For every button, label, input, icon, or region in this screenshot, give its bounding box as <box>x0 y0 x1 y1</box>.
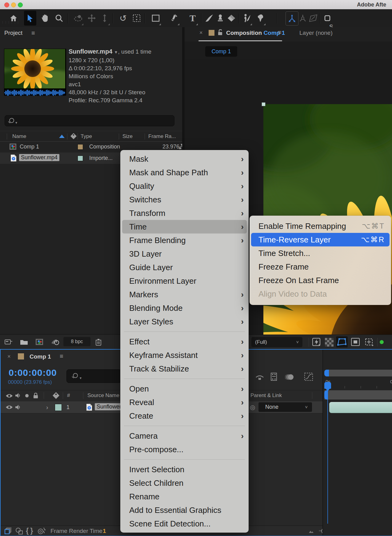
pan-behind-tool-icon[interactable] <box>130 9 143 27</box>
mask-visibility-icon[interactable] <box>336 336 348 347</box>
submenu-item-enable-time-remapping[interactable]: Enable Time Remapping⌥⌘T <box>251 219 390 233</box>
menu-item-add-to-essential-graphics[interactable]: Add to Essential Graphics <box>122 503 247 517</box>
layer-video-icon[interactable] <box>6 405 13 411</box>
project-panel-menu-icon[interactable]: ≡ <box>31 30 35 37</box>
tab-composition[interactable]: Composition Comp 1 <box>226 30 285 36</box>
trash-icon[interactable] <box>92 335 105 349</box>
column-frame-rate[interactable]: Frame Ra... <box>148 133 176 140</box>
home-icon[interactable] <box>7 9 20 27</box>
bpc-button[interactable]: 8 bpc <box>63 337 90 346</box>
rectangle-tool-icon[interactable] <box>150 9 162 27</box>
timeline-search-input[interactable]: ▼ <box>66 369 121 383</box>
menu-item-time[interactable]: Time› <box>122 220 247 233</box>
tab-layer[interactable]: Layer (none) <box>299 30 333 36</box>
menu-item-effect[interactable]: Effect› <box>122 335 247 348</box>
close-tab-icon[interactable]: × <box>199 30 203 36</box>
rotation-tool-icon[interactable]: ↺ <box>117 9 129 27</box>
pan-camera-tool-icon[interactable] <box>86 9 98 27</box>
eraser-tool-icon[interactable] <box>225 9 238 27</box>
playhead[interactable] <box>324 382 331 389</box>
resolution-dropdown[interactable]: (Full) ˅ <box>251 337 302 347</box>
menu-item-mask-and-shape-path[interactable]: Mask and Shape Path› <box>122 166 247 179</box>
zoom-window-button[interactable] <box>18 2 23 7</box>
current-timecode[interactable]: 0:00:00:00 <box>9 367 57 378</box>
submenu-item-freeze-frame[interactable]: Freeze Frame <box>251 260 390 274</box>
tab-project[interactable]: Project <box>4 30 22 36</box>
render-time-pane-icon[interactable] <box>37 527 46 536</box>
hand-tool-icon[interactable] <box>39 9 51 27</box>
footage-filename[interactable]: Sunflower.mp4 <box>69 48 112 55</box>
layer-label-swatch[interactable] <box>55 404 62 411</box>
menu-item-reveal[interactable]: Reveal› <box>122 396 247 409</box>
motion-blur-icon[interactable] <box>285 373 294 382</box>
composition-panel-menu-icon[interactable]: ≡ <box>278 29 282 36</box>
menu-item-keyframe-assistant[interactable]: Keyframe Assistant› <box>122 348 247 362</box>
tab-timeline-comp1[interactable]: Comp 1 <box>30 353 51 360</box>
expand-layer-switches-icon[interactable] <box>4 527 12 536</box>
roto-brush-tool-icon[interactable] <box>241 9 253 27</box>
render-engine-icon[interactable] <box>49 335 61 349</box>
layer-audio-icon[interactable] <box>15 404 21 411</box>
column-name[interactable]: Name <box>12 133 26 140</box>
menu-item-layer-styles[interactable]: Layer Styles› <box>122 315 247 328</box>
pen-tool-icon[interactable] <box>168 9 180 27</box>
work-area-bar[interactable] <box>324 390 392 400</box>
video-column-icon[interactable] <box>6 393 13 400</box>
close-tab-icon[interactable]: × <box>7 353 11 360</box>
project-search-input[interactable]: ▼ <box>5 115 174 126</box>
submenu-item-time-stretch[interactable]: Time Stretch... <box>251 246 390 260</box>
menu-item-create[interactable]: Create› <box>122 409 247 423</box>
new-folder-icon[interactable] <box>18 335 30 349</box>
new-composition-icon[interactable] <box>33 335 46 349</box>
menu-item-3d-layer[interactable]: 3D Layer <box>122 247 247 261</box>
menu-item-track-stabilize[interactable]: Track & Stabilize› <box>122 362 247 376</box>
layer-duration-bar[interactable] <box>329 402 392 413</box>
sort-ascending-icon[interactable] <box>59 135 65 138</box>
orbit-camera-tool-icon[interactable] <box>72 9 84 27</box>
comp-label-swatch[interactable] <box>209 30 214 36</box>
submenu-item-freeze-on-last-frame[interactable]: Freeze On Last Frame <box>251 274 390 287</box>
layer-handle-top-left[interactable] <box>262 102 266 106</box>
layer-twirl-icon[interactable]: › <box>46 404 48 411</box>
in-out-panes-icon[interactable]: { } <box>26 526 33 535</box>
column-parent-link[interactable]: Parent & Link <box>250 392 282 399</box>
search-options-chevron-icon[interactable]: ▼ <box>15 121 18 124</box>
audio-column-icon[interactable] <box>15 393 21 400</box>
label-color-swatch[interactable] <box>78 156 83 161</box>
menu-item-rename[interactable]: Rename <box>122 490 247 503</box>
dolly-camera-tool-icon[interactable] <box>98 9 111 27</box>
filename-dropdown-icon[interactable]: ▼ <box>114 50 118 55</box>
menu-item-switches[interactable]: Switches› <box>122 193 247 206</box>
search-options-chevron-icon[interactable]: ▼ <box>79 376 82 380</box>
lock-icon[interactable] <box>218 29 223 37</box>
close-window-button[interactable] <box>4 2 9 7</box>
interpret-footage-icon[interactable] <box>2 335 15 349</box>
choose-grid-guides-icon[interactable] <box>364 338 374 347</box>
graph-editor-icon[interactable] <box>304 372 313 382</box>
menu-item-quality[interactable]: Quality› <box>122 179 247 193</box>
menu-item-open[interactable]: Open› <box>122 382 247 396</box>
menu-item-pre-compose[interactable]: Pre-compose... <box>122 443 247 456</box>
menu-item-camera[interactable]: Camera› <box>122 429 247 443</box>
menu-item-scene-edit-detection[interactable]: Scene Edit Detection... <box>122 517 247 530</box>
puppet-pin-tool-icon[interactable] <box>254 9 266 27</box>
transparency-grid-icon[interactable] <box>325 338 334 348</box>
region-of-interest-icon[interactable] <box>351 338 360 347</box>
footage-thumbnail[interactable] <box>4 49 66 95</box>
pickwhip-icon[interactable]: ◎ <box>250 404 255 411</box>
view-axis-mode-icon[interactable] <box>307 9 319 27</box>
menu-item-mask[interactable]: Mask› <box>122 152 247 166</box>
row-name-selected[interactable]: Sunflower.mp4 <box>19 154 59 161</box>
frame-blending-icon[interactable] <box>270 372 278 382</box>
menu-item-select-children[interactable]: Select Children <box>122 476 247 490</box>
shy-layers-icon[interactable] <box>255 374 264 382</box>
timeline-label-swatch[interactable] <box>18 353 24 359</box>
lock-column-icon[interactable] <box>33 393 38 400</box>
breadcrumb-comp1[interactable]: Comp 1 <box>205 46 237 57</box>
zoom-out-icon[interactable] <box>308 529 314 534</box>
menu-item-guide-layer[interactable]: Guide Layer <box>122 261 247 274</box>
timeline-panel-menu-icon[interactable]: ≡ <box>60 353 63 360</box>
menu-item-environment-layer[interactable]: Environment Layer <box>122 274 247 288</box>
column-type[interactable]: Type <box>81 133 92 140</box>
column-size[interactable]: Size <box>122 133 133 140</box>
